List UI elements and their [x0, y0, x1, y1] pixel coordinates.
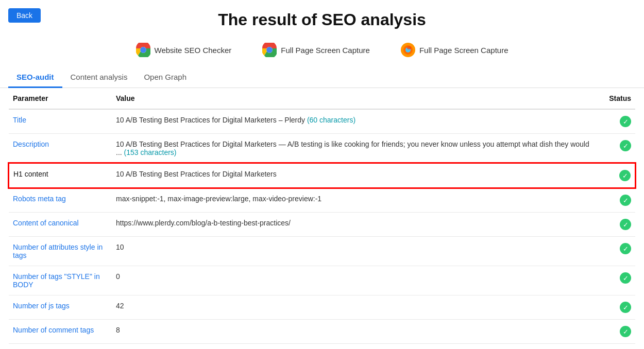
tabs-row: SEO-audit Content analysis Open Graph	[0, 67, 644, 88]
firefox-icon	[401, 43, 415, 57]
status-cell: ✓	[594, 163, 635, 188]
results-table: Parameter Value Status Title10 A/B Testi…	[8, 88, 636, 349]
tool-label-2: Full Page Screen Capture	[281, 46, 370, 55]
param-cell: H1 content	[9, 163, 112, 188]
tab-seo-audit[interactable]: SEO-audit	[8, 67, 62, 88]
col-value: Value	[112, 88, 594, 109]
value-cell: 0	[112, 266, 594, 295]
value-cell: 10 A/B Testing Best Practices for Digita…	[112, 109, 594, 134]
chrome-icon-2	[262, 43, 277, 57]
table-row: Title10 A/B Testing Best Practices for D…	[9, 109, 635, 134]
status-cell: ✓	[594, 134, 635, 164]
table-row: Number of tags "STYLE" in BODY0✓	[9, 266, 635, 295]
check-icon: ✓	[620, 140, 631, 151]
check-icon: ✓	[620, 302, 631, 313]
table-row: Description10 A/B Testing Best Practices…	[9, 134, 635, 164]
value-cell: max-snippet:-1, max-image-preview:large,…	[112, 188, 594, 213]
value-cell: 8	[112, 320, 594, 344]
check-icon: ✓	[620, 326, 631, 337]
value-cell: 10 A/B Testing Best Practices for Digita…	[112, 163, 594, 188]
status-cell: ✓	[594, 344, 635, 350]
tool-label-3: Full Page Screen Capture	[419, 46, 509, 55]
check-icon: ✓	[620, 243, 631, 254]
check-icon: ✓	[619, 170, 631, 181]
col-parameter: Parameter	[9, 88, 112, 109]
tool-full-page-capture-2[interactable]: Full Page Screen Capture	[401, 43, 509, 57]
param-cell: Title	[9, 109, 112, 134]
param-cell: Content of canonical	[9, 213, 112, 237]
tab-content-analysis[interactable]: Content analysis	[62, 67, 136, 88]
tab-open-graph[interactable]: Open Graph	[135, 67, 195, 88]
status-cell: ✓	[594, 109, 635, 134]
svg-point-9	[407, 46, 411, 49]
param-cell: Description	[9, 134, 112, 164]
value-cell: https://www.plerdy.com/blog/a-b-testing-…	[112, 213, 594, 237]
param-cell: Robots meta tag	[9, 188, 112, 213]
svg-point-5	[267, 48, 272, 52]
status-cell: ✓	[594, 237, 635, 266]
param-cell: Number of comment tags	[9, 320, 112, 344]
status-cell: ✓	[594, 213, 635, 237]
results-table-container: Parameter Value Status Title10 A/B Testi…	[0, 88, 644, 349]
table-row: Robots meta tagmax-snippet:-1, max-image…	[9, 188, 635, 213]
col-status: Status	[594, 88, 635, 109]
table-row: H1 content10 A/B Testing Best Practices …	[9, 163, 635, 188]
value-cell: 2	[112, 344, 594, 350]
table-row: Number of js tags42✓	[9, 295, 635, 320]
value-cell: 42	[112, 295, 594, 320]
status-cell: ✓	[594, 320, 635, 344]
back-button[interactable]: Back	[8, 8, 41, 23]
check-icon: ✓	[620, 272, 631, 284]
table-row: Tag "A" with "#" in href2✓	[9, 344, 635, 350]
chrome-icon	[136, 43, 150, 57]
param-cell: Number of js tags	[9, 295, 112, 320]
param-cell: Number of attributes style in tags	[9, 237, 112, 266]
tool-full-page-capture-1[interactable]: Full Page Screen Capture	[262, 43, 370, 57]
status-cell: ✓	[594, 295, 635, 320]
param-cell: Tag "A" with "#" in href	[9, 344, 112, 350]
tool-website-seo-checker[interactable]: Website SEO Checker	[136, 43, 232, 57]
tools-row: Website SEO Checker Full Page Screen Cap…	[0, 38, 644, 67]
tool-label: Website SEO Checker	[155, 46, 232, 55]
table-row: Content of canonicalhttps://www.plerdy.c…	[9, 213, 635, 237]
table-row: Number of attributes style in tags10✓	[9, 237, 635, 266]
svg-point-2	[141, 48, 145, 52]
status-cell: ✓	[594, 188, 635, 213]
check-icon: ✓	[620, 195, 631, 206]
status-cell: ✓	[594, 266, 635, 295]
param-cell: Number of tags "STYLE" in BODY	[9, 266, 112, 295]
check-icon: ✓	[620, 219, 631, 230]
value-cell: 10	[112, 237, 594, 266]
check-icon: ✓	[620, 116, 631, 127]
value-cell: 10 A/B Testing Best Practices for Digita…	[112, 134, 594, 164]
page-title: The result of SEO analysis	[0, 0, 644, 38]
table-row: Number of comment tags8✓	[9, 320, 635, 344]
